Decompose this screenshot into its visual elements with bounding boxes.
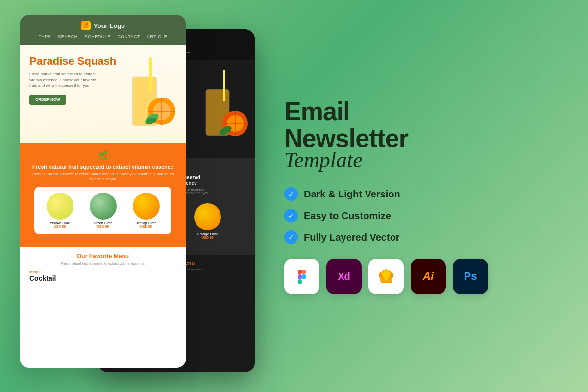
check-icon-1: ✓ bbox=[284, 187, 298, 201]
light-hero: Paradise Squash Fresh natural fruit sque… bbox=[20, 45, 186, 143]
yellow-lime-image bbox=[47, 193, 74, 220]
nav-schedule: SCHEDULE bbox=[85, 34, 111, 39]
menu-item-label: Menu 1 bbox=[29, 270, 176, 274]
nav-type: TYPE bbox=[39, 34, 51, 39]
main-title-line1: Email bbox=[284, 98, 568, 125]
subtitle-script: Template bbox=[284, 147, 568, 172]
nav-contact: CONTACT bbox=[118, 34, 140, 39]
fruit-item-orange: Orange Lime USD 99 bbox=[126, 193, 166, 228]
hero-desc: Fresh natural fruit squeezed to extract … bbox=[29, 72, 98, 88]
yellow-lime-price: USD 99 bbox=[40, 225, 79, 228]
dark-orange-lime-name: Orange Lime bbox=[178, 232, 237, 236]
ps-label: Ps bbox=[464, 270, 477, 283]
orange-lime-price: USD 99 bbox=[126, 225, 166, 228]
svg-rect-17 bbox=[302, 270, 306, 274]
feature-dark-light: ✓ Dark & Light Version bbox=[284, 187, 568, 201]
feature-vector: ✓ Fully Layered Vector bbox=[284, 230, 568, 244]
features-list: ✓ Dark & Light Version ✓ Easy to Customi… bbox=[284, 187, 568, 244]
info-panel: Email Newsletter Template ✓ Dark & Light… bbox=[255, 98, 568, 294]
sketch-icon bbox=[368, 259, 404, 294]
ai-label: Ai bbox=[423, 270, 434, 283]
dark-orange-lime bbox=[194, 203, 221, 230]
orange-heading: Fresh natural fruit squeezed to extract … bbox=[29, 163, 176, 170]
menu-item-title: Cocktail bbox=[29, 274, 176, 282]
check-icon-3: ✓ bbox=[284, 230, 298, 244]
figma-icon bbox=[284, 259, 319, 294]
dark-juice-illustration bbox=[184, 62, 252, 150]
light-orange-section: 🌿 Fresh natural fruit squeezed to extrac… bbox=[20, 143, 186, 247]
svg-rect-1 bbox=[133, 78, 156, 80]
fruit-item-yellow: Yellow Lime USD 99 bbox=[40, 193, 79, 228]
dark-fruit-orange: Orange Lime USD 99 bbox=[178, 203, 237, 239]
xd-label: Xd bbox=[338, 271, 350, 282]
feature-text-2: Easy to Customize bbox=[304, 210, 391, 221]
ps-icon: Ps bbox=[453, 259, 488, 294]
light-menu-section: Our Favorite Menu Fresh natural fruit sq… bbox=[20, 247, 186, 288]
menu-title: Our Favorite Menu bbox=[29, 253, 176, 260]
yellow-lime-name: Yellow Lime bbox=[40, 221, 79, 225]
feature-text-3: Fully Layered Vector bbox=[304, 232, 400, 243]
orange-lime-name: Orange Lime bbox=[126, 221, 166, 225]
green-lime-name: Green Lime bbox=[83, 221, 122, 225]
svg-rect-19 bbox=[298, 279, 302, 284]
svg-rect-10 bbox=[223, 70, 225, 101]
green-lime-image bbox=[90, 193, 117, 220]
light-logo-icon: 🍊 bbox=[81, 21, 91, 30]
light-nav-links: TYPE SEARCH SCHEDULE CONTACT ARTICLE bbox=[39, 34, 168, 39]
light-logo-text: Your Logo bbox=[94, 22, 125, 29]
fruits-grid: Yellow Lime USD 99 Green Lime USD 99 Ora… bbox=[34, 187, 172, 234]
menu-desc: Fresh natural fruit squeezed to extract … bbox=[29, 262, 176, 265]
orange-desc: Fresh natural fruit squeezed to extract … bbox=[29, 172, 176, 182]
light-logo-row: 🍊 Your Logo bbox=[81, 21, 125, 30]
svg-point-20 bbox=[301, 274, 306, 279]
ai-icon: Ai bbox=[411, 259, 446, 294]
tools-row: Xd Ai Ps bbox=[284, 259, 568, 294]
svg-rect-18 bbox=[298, 274, 302, 279]
nav-article: ARTICLE bbox=[147, 34, 167, 39]
title-block: Email Newsletter Template bbox=[284, 98, 568, 172]
orange-lime-image bbox=[133, 193, 160, 220]
order-button[interactable]: ORDER NOW bbox=[29, 95, 66, 105]
svg-rect-16 bbox=[298, 270, 302, 274]
feature-customize: ✓ Easy to Customize bbox=[284, 209, 568, 222]
light-navbar: 🍊 Your Logo TYPE SEARCH SCHEDULE CONTACT… bbox=[20, 15, 186, 45]
dark-orange-lime-price: USD 99 bbox=[178, 236, 237, 239]
nav-search: SEARCH bbox=[58, 34, 78, 39]
xd-icon: Xd bbox=[326, 259, 362, 294]
leaf-icon: 🌿 bbox=[29, 151, 176, 160]
svg-rect-2 bbox=[149, 57, 152, 92]
juice-glass-illustration bbox=[108, 48, 181, 141]
light-version-panel: 🍊 Your Logo TYPE SEARCH SCHEDULE CONTACT… bbox=[20, 15, 186, 368]
check-icon-2: ✓ bbox=[284, 209, 298, 222]
mockup-area: 🍊 Your Logo TYPE SEARCH SCHEDULE CONTACT… bbox=[20, 15, 255, 377]
fruit-item-green: Green Lime USD 99 bbox=[83, 193, 122, 228]
feature-text-1: Dark & Light Version bbox=[304, 189, 400, 200]
green-lime-price: USD 99 bbox=[83, 225, 122, 228]
